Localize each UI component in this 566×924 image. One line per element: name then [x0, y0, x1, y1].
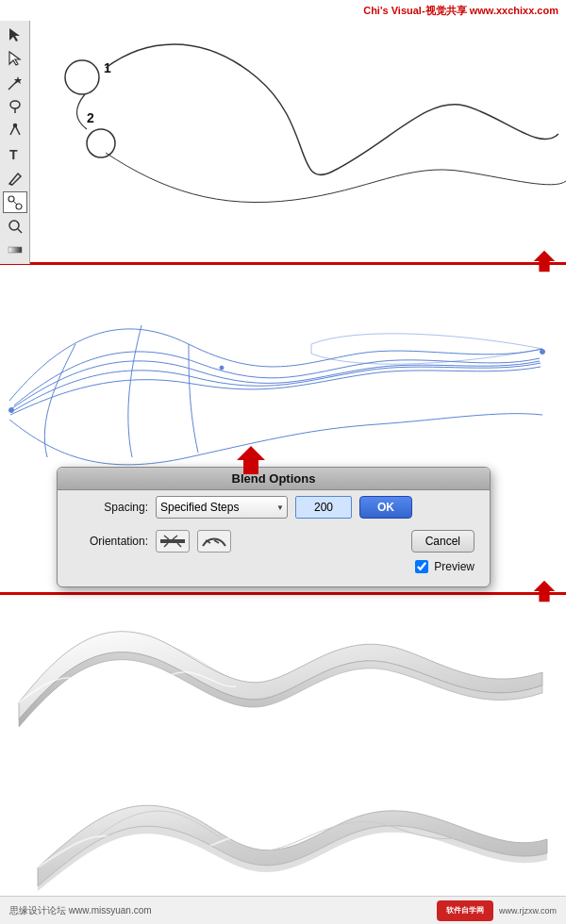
ok-button[interactable]: OK: [359, 496, 412, 519]
orientation-row: Orientation: Cancel: [58, 524, 490, 558]
tool-magic-wand[interactable]: [3, 72, 27, 93]
svg-text:T: T: [9, 147, 18, 162]
tool-direct-select[interactable]: [3, 47, 27, 69]
tool-zoom[interactable]: [3, 215, 27, 237]
cancel-button[interactable]: Cancel: [411, 530, 474, 553]
svg-text:1: 1: [104, 60, 111, 75]
preview-label: Preview: [434, 560, 474, 573]
spacing-select-wrapper: Specified Steps Smooth Color Specified D…: [156, 496, 288, 519]
steps-input[interactable]: [295, 496, 352, 519]
preview-row: Preview: [58, 558, 490, 577]
svg-point-1: [10, 101, 20, 108]
arrow-down-2: [530, 577, 558, 605]
footer-url: www.rjzxw.com: [499, 906, 557, 916]
preview-checkbox[interactable]: [415, 560, 428, 573]
orient-path-button[interactable]: [197, 530, 231, 553]
orientation-label: Orientation:: [73, 535, 148, 548]
svg-marker-14: [534, 251, 556, 272]
blend-options-dialog: Blend Options Spacing: Specified Steps S…: [57, 467, 491, 587]
spacing-row: Spacing: Specified Steps Smooth Color Sp…: [58, 490, 490, 524]
footer: 思缘设计论坛 www.missyuan.com 软件自学网 www.rjzxw.…: [0, 896, 566, 924]
svg-rect-9: [8, 247, 22, 253]
tool-type[interactable]: T: [3, 143, 27, 165]
tool-lasso[interactable]: [3, 95, 27, 117]
toolbar: T: [0, 21, 30, 264]
tool-pen[interactable]: [3, 120, 27, 141]
svg-point-10: [65, 60, 99, 94]
svg-marker-18: [237, 446, 265, 474]
footer-left-text: 思缘设计论坛 www.missyuan.com: [9, 904, 152, 917]
section3-canvas: [0, 599, 566, 745]
svg-point-2: [13, 124, 16, 127]
svg-line-8: [18, 229, 22, 233]
tool-blend[interactable]: [3, 191, 27, 213]
brand-text: Chi's Visual-视觉共享 www.xxchixx.com: [363, 4, 558, 18]
svg-point-16: [541, 350, 545, 355]
tool-select[interactable]: [3, 24, 27, 45]
divider-2: [0, 592, 566, 595]
svg-point-12: [87, 129, 115, 157]
svg-point-7: [9, 221, 19, 230]
footer-logo: 软件自学网: [437, 900, 493, 921]
section2-canvas: [0, 269, 566, 486]
footer-right: 软件自学网 www.rjzxw.com: [437, 900, 557, 921]
tool-gradient[interactable]: [3, 239, 27, 261]
spacing-label: Spacing:: [73, 501, 148, 514]
tool-pencil[interactable]: [3, 167, 27, 189]
section4-canvas: [0, 754, 566, 896]
spacing-select[interactable]: Specified Steps Smooth Color Specified D…: [156, 496, 288, 519]
arrow-down-1: [530, 247, 558, 275]
section1-canvas: 1 2: [30, 21, 566, 262]
svg-point-15: [9, 408, 14, 413]
svg-marker-20: [534, 581, 556, 602]
svg-line-6: [13, 201, 17, 205]
header: Chi's Visual-视觉共享 www.xxchixx.com: [0, 0, 566, 21]
dialog-arrow: [227, 441, 275, 474]
svg-rect-19: [160, 539, 185, 543]
divider-1: [0, 262, 566, 265]
svg-text:2: 2: [87, 110, 94, 125]
orient-page-button[interactable]: [156, 530, 190, 553]
svg-point-17: [220, 366, 224, 370]
